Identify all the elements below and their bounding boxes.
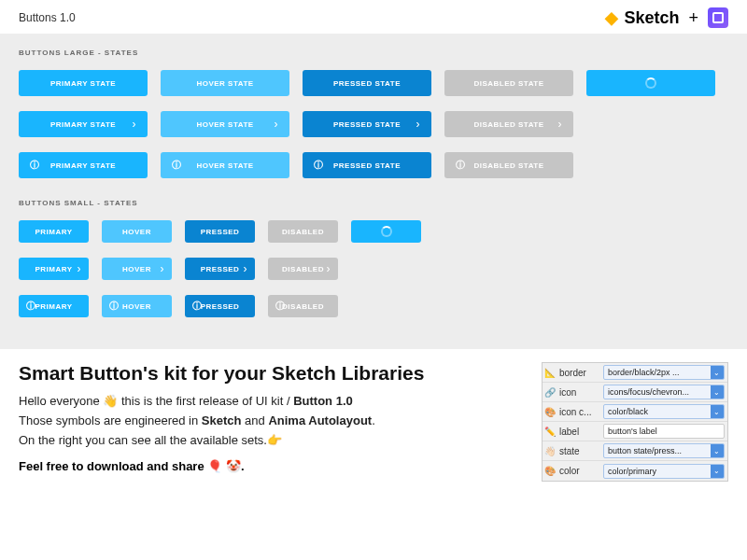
btn-small-disabled-info: DISABLED: [268, 295, 338, 317]
btn-large-primary-info[interactable]: PRIMARY STATE: [19, 152, 148, 178]
btn-large-disabled-info: DISABLED STATE: [444, 152, 573, 178]
override-icon: 👋🏻: [543, 446, 557, 456]
override-row: 👋🏻statebutton state/press...⌄: [543, 441, 727, 461]
small-row-info: PRIMARY HOVER PRESSED DISABLED: [19, 295, 728, 317]
clown-icon: 🤡: [226, 459, 241, 473]
spinner-icon: [381, 226, 392, 237]
large-row-info: PRIMARY STATE HOVER STATE PRESSED STATE …: [19, 152, 728, 178]
small-row-chevron: PRIMARY HOVER PRESSED DISABLED: [19, 258, 728, 280]
btn-small-primary-info[interactable]: PRIMARY: [19, 295, 89, 317]
override-select[interactable]: color/black⌄: [603, 404, 725, 419]
override-icon: 🎨: [543, 466, 557, 476]
btn-small-pressed[interactable]: PRESSED: [185, 220, 255, 243]
btn-large-primary[interactable]: PRIMARY STATE: [19, 70, 148, 96]
chevron-down-icon: ⌄: [713, 388, 720, 397]
override-icon: 🔗: [543, 387, 557, 398]
chevron-down-icon: ⌄: [713, 408, 720, 416]
btn-small-disabled-chevron: DISABLED: [268, 258, 338, 280]
brand-sketch-label: Sketch: [624, 8, 679, 28]
btn-small-disabled: DISABLED: [268, 220, 338, 243]
description: Smart Button's kit for your Sketch Libra…: [0, 349, 747, 495]
override-row: 📐borderborder/black/2px ...⌄: [543, 363, 727, 383]
btn-large-hover-info[interactable]: HOVER STATE: [161, 152, 289, 178]
anima-icon: [708, 7, 728, 28]
override-label: state: [557, 446, 600, 456]
sketch-icon: ◆: [605, 7, 618, 28]
desc-feel-free: Feel free to download and share 🎈 🤡.: [19, 459, 529, 473]
point-icon: 👉: [267, 433, 282, 447]
header: Buttons 1.0 ◆ Sketch +: [0, 0, 747, 34]
canvas: BUTTONS LARGE - STATES PRIMARY STATE HOV…: [0, 34, 747, 349]
override-label: color: [557, 466, 600, 476]
page-title: Buttons 1.0: [19, 11, 76, 24]
override-select[interactable]: button state/press...⌄: [603, 443, 725, 458]
btn-small-pressed-info[interactable]: PRESSED: [185, 295, 255, 317]
override-label: label: [557, 427, 600, 437]
large-row-plain: PRIMARY STATE HOVER STATE PRESSED STATE …: [19, 70, 728, 96]
overrides-panel: 📐borderborder/black/2px ...⌄🔗iconicons/f…: [542, 362, 728, 482]
btn-large-disabled: DISABLED STATE: [444, 70, 573, 96]
override-row: 🎨icon c...color/black⌄: [543, 402, 727, 422]
desc-body: Hello everyone 👋 this is the first relea…: [19, 392, 529, 450]
wave-icon: 👋: [103, 394, 118, 408]
section-small-title: BUTTONS SMALL - STATES: [19, 199, 728, 207]
btn-small-hover[interactable]: HOVER: [102, 220, 172, 243]
override-label: border: [557, 368, 600, 378]
chevron-down-icon: ⌄: [713, 467, 720, 475]
override-select[interactable]: icons/focus/chevron...⌄: [603, 385, 725, 399]
btn-large-disabled-chevron: DISABLED STATE: [444, 111, 573, 137]
btn-large-loading[interactable]: [586, 70, 715, 96]
btn-small-hover-info[interactable]: HOVER: [102, 295, 172, 317]
btn-large-pressed-info[interactable]: PRESSED STATE: [303, 152, 431, 178]
override-icon: ✏️: [543, 427, 557, 437]
btn-small-primary[interactable]: PRIMARY: [19, 220, 89, 243]
btn-large-hover[interactable]: HOVER STATE: [161, 70, 289, 96]
brand-plus: +: [688, 8, 698, 28]
override-label: icon: [557, 387, 600, 398]
desc-title: Smart Button's kit for your Sketch Libra…: [19, 362, 529, 385]
override-label: icon c...: [557, 407, 600, 417]
btn-large-pressed-chevron[interactable]: PRESSED STATE: [303, 111, 431, 137]
btn-large-hover-chevron[interactable]: HOVER STATE: [161, 111, 289, 137]
override-input[interactable]: button's label: [603, 424, 725, 439]
btn-large-primary-chevron[interactable]: PRIMARY STATE: [19, 111, 148, 137]
section-large-title: BUTTONS LARGE - STATES: [19, 49, 728, 57]
description-text: Smart Button's kit for your Sketch Libra…: [19, 362, 529, 482]
override-row: 🎨colorcolor/primary⌄: [543, 461, 727, 481]
override-select[interactable]: border/black/2px ...⌄: [603, 365, 725, 380]
small-row-plain: PRIMARY HOVER PRESSED DISABLED: [19, 220, 728, 243]
spinner-icon: [645, 77, 656, 89]
btn-small-loading[interactable]: [351, 220, 421, 243]
btn-small-hover-chevron[interactable]: HOVER: [102, 258, 172, 280]
btn-small-pressed-chevron[interactable]: PRESSED: [185, 258, 255, 280]
override-row: ✏️labelbutton's label: [543, 422, 727, 441]
brand: ◆ Sketch +: [605, 7, 728, 28]
btn-small-primary-chevron[interactable]: PRIMARY: [19, 258, 89, 280]
balloon-icon: 🎈: [207, 459, 222, 473]
chevron-down-icon: ⌄: [713, 447, 720, 455]
override-icon: 🎨: [543, 407, 557, 417]
override-select[interactable]: color/primary⌄: [603, 464, 725, 479]
large-row-chevron: PRIMARY STATE HOVER STATE PRESSED STATE …: [19, 111, 728, 137]
chevron-down-icon: ⌄: [713, 369, 720, 377]
override-row: 🔗iconicons/focus/chevron...⌄: [543, 383, 727, 402]
btn-large-pressed[interactable]: PRESSED STATE: [303, 70, 431, 96]
override-icon: 📐: [543, 368, 557, 378]
